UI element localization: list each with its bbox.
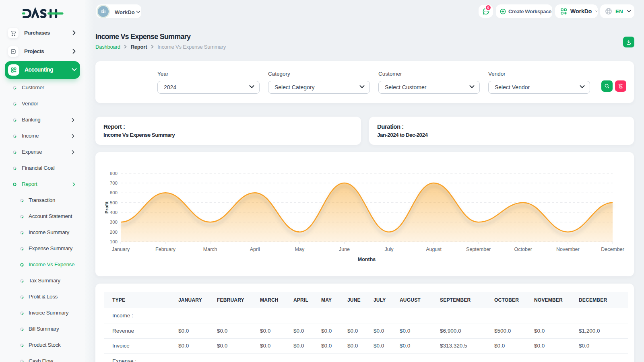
svg-text:March: March bbox=[203, 247, 217, 252]
svg-text:800: 800 bbox=[110, 171, 118, 176]
svg-text:July: July bbox=[384, 247, 394, 252]
svg-text:February: February bbox=[155, 247, 176, 252]
svg-text:700: 700 bbox=[110, 181, 118, 185]
svg-text:September: September bbox=[466, 247, 491, 252]
svg-text:400: 400 bbox=[110, 210, 118, 215]
svg-text:300: 300 bbox=[110, 220, 118, 224]
svg-text:November: November bbox=[556, 247, 580, 252]
svg-text:May: May bbox=[295, 247, 305, 252]
svg-text:Months: Months bbox=[358, 257, 376, 262]
svg-text:Profit: Profit bbox=[104, 202, 109, 214]
svg-text:April: April bbox=[250, 247, 260, 252]
svg-text:December: December bbox=[601, 247, 624, 252]
svg-text:100: 100 bbox=[110, 239, 118, 244]
svg-text:600: 600 bbox=[110, 190, 118, 195]
svg-text:January: January bbox=[112, 247, 130, 252]
svg-text:October: October bbox=[514, 247, 532, 252]
svg-text:500: 500 bbox=[110, 200, 118, 205]
svg-text:200: 200 bbox=[110, 230, 118, 234]
svg-text:August: August bbox=[426, 247, 442, 252]
svg-text:June: June bbox=[339, 247, 350, 252]
